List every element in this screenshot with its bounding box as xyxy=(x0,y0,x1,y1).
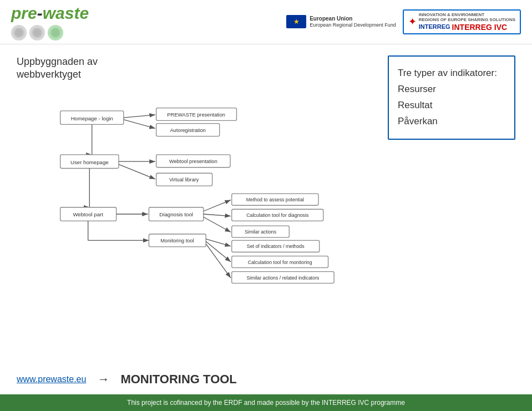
svg-text:User homepage: User homepage xyxy=(70,159,109,165)
brand-logo: pre-waste xyxy=(11,4,89,40)
svg-line-40 xyxy=(206,241,231,262)
diagram-section: Uppbyggnaden av webbverktyget Homepage -… xyxy=(17,55,377,356)
eu-logo: ★ European Union European Regional Devel… xyxy=(286,15,396,29)
eu-text: European Union European Regional Develop… xyxy=(310,15,396,29)
eu-flag-icon: ★ xyxy=(286,15,306,28)
svg-line-26 xyxy=(204,200,231,211)
footer: This project is cofinanced by the ERDF a… xyxy=(0,394,532,411)
svg-text:Homepage - login: Homepage - login xyxy=(71,115,113,121)
svg-text:Method to assess potential: Method to assess potential xyxy=(246,197,304,202)
arrow-icon: → xyxy=(97,372,109,387)
fingerprint-icon-2 xyxy=(29,25,45,40)
bottom-section: www.prewaste.eu → MONITORING TOOL xyxy=(0,367,532,394)
svg-line-39 xyxy=(206,239,231,246)
website-link[interactable]: www.prewaste.eu xyxy=(17,374,86,384)
fingerprint-icon-3 xyxy=(48,25,63,40)
svg-text:Set of indicators / methods: Set of indicators / methods xyxy=(247,243,305,249)
svg-text:Monitoring tool: Monitoring tool xyxy=(160,238,194,243)
svg-text:Autoregistration: Autoregistration xyxy=(170,127,205,133)
svg-line-4 xyxy=(124,119,155,128)
logos-right: ★ European Union European Regional Devel… xyxy=(286,9,521,35)
indicator-box-text: Tre typer av indikatorer: Resurser Resul… xyxy=(398,65,505,130)
monitoring-label: MONITORING TOOL xyxy=(120,372,236,387)
svg-text:Calculation tool for monitorin: Calculation tool for monitoring xyxy=(248,259,312,265)
svg-line-27 xyxy=(204,214,231,216)
interreg-logo: ✦ INNOVATION & ENVIRONMENT REGIONS OF EU… xyxy=(403,9,521,35)
svg-text:Webtool presentation: Webtool presentation xyxy=(169,159,217,164)
svg-text:Diagnosis tool: Diagnosis tool xyxy=(159,211,193,217)
indicator-box: Tre typer av indikatorer: Resurser Resul… xyxy=(388,55,515,140)
diagram-container: Homepage - login PREWASTE presentation A… xyxy=(17,90,377,356)
svg-text:Similar actions / related indi: Similar actions / related indicators xyxy=(246,275,320,280)
diagram-svg: Homepage - login PREWASTE presentation A… xyxy=(17,90,377,290)
fingerprint-icon-1 xyxy=(11,25,27,40)
svg-text:Calculation tool for diagnosis: Calculation tool for diagnosis xyxy=(246,212,309,218)
svg-text:PREWASTE presentation: PREWASTE presentation xyxy=(167,111,225,117)
diagram-title: Uppbyggnaden av webbverktyget xyxy=(17,55,377,82)
interreg-star-icon: ✦ xyxy=(408,16,417,28)
header: pre-waste ★ European Union European Regi… xyxy=(0,0,532,44)
svg-text:Virtual library: Virtual library xyxy=(169,177,199,182)
main-content: Uppbyggnaden av webbverktyget Homepage -… xyxy=(0,44,532,367)
svg-line-14 xyxy=(119,164,155,179)
svg-line-28 xyxy=(204,217,231,232)
svg-line-3 xyxy=(124,115,155,118)
svg-text:Webtool part: Webtool part xyxy=(73,211,103,217)
svg-line-41 xyxy=(206,243,231,277)
logo-left: pre-waste xyxy=(11,4,89,40)
svg-text:Similar actions: Similar actions xyxy=(245,229,277,235)
brand-name: pre-waste xyxy=(11,4,89,23)
interreg-text: INNOVATION & ENVIRONMENT REGIONS OF EURO… xyxy=(419,12,515,32)
